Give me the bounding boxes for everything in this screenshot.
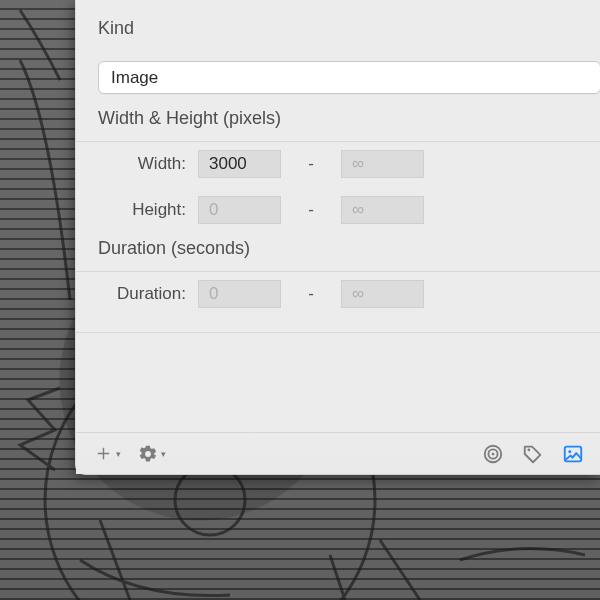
width-row: Width: 3000 - ∞ (98, 146, 600, 182)
panel-toolbar: ▾ ▾ (76, 432, 600, 474)
width-min-input[interactable]: 3000 (198, 150, 281, 178)
plus-icon (90, 441, 116, 467)
range-separator: - (281, 154, 341, 174)
svg-point-4 (492, 452, 495, 455)
chevron-down-icon: ▾ (116, 449, 121, 459)
height-row: Height: 0 - ∞ (98, 192, 600, 228)
kind-label: Kind (98, 18, 600, 39)
range-separator: - (281, 200, 341, 220)
duration-row: Duration: 0 - ∞ (98, 276, 600, 312)
divider (76, 271, 600, 272)
tag-icon[interactable] (520, 441, 546, 467)
action-menu-button[interactable]: ▾ (135, 441, 166, 467)
height-max-input[interactable]: ∞ (341, 196, 424, 224)
svg-point-5 (528, 448, 531, 451)
duration-label: Duration: (98, 284, 198, 304)
duration-min-input[interactable]: 0 (198, 280, 281, 308)
divider (76, 332, 600, 333)
svg-point-7 (568, 450, 571, 453)
duration-max-input[interactable]: ∞ (341, 280, 424, 308)
width-max-input[interactable]: ∞ (341, 150, 424, 178)
inspector-panel: Kind Image Width & Height (pixels) Width… (75, 0, 600, 475)
kind-select[interactable]: Image (98, 61, 600, 94)
duration-section-label: Duration (seconds) (98, 238, 600, 259)
chevron-down-icon: ▾ (161, 449, 166, 459)
panel-content: Kind Image Width & Height (pixels) Width… (76, 0, 600, 432)
dimensions-section-label: Width & Height (pixels) (98, 108, 600, 129)
target-icon[interactable] (480, 441, 506, 467)
range-separator: - (281, 284, 341, 304)
width-label: Width: (98, 154, 198, 174)
image-icon[interactable] (560, 441, 586, 467)
height-label: Height: (98, 200, 198, 220)
divider (76, 141, 600, 142)
gear-icon (135, 441, 161, 467)
svg-point-1 (175, 465, 245, 535)
add-menu-button[interactable]: ▾ (90, 441, 121, 467)
kind-value: Image (111, 68, 158, 88)
height-min-input[interactable]: 0 (198, 196, 281, 224)
